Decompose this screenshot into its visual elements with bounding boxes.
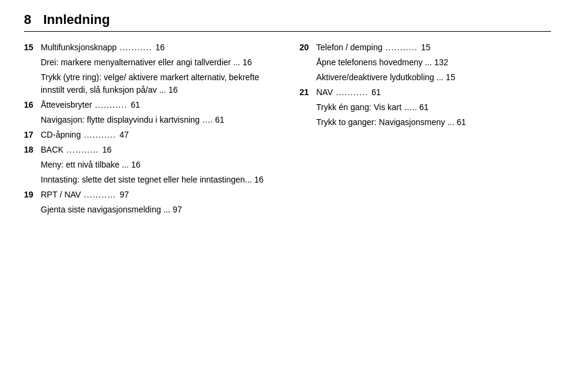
toc-content-18: BACK ........... 16 bbox=[41, 144, 276, 156]
page-title: Innledning bbox=[43, 12, 110, 28]
toc-title-17: CD-åpning bbox=[41, 130, 81, 139]
dots-18-1: ... bbox=[122, 160, 129, 169]
toc-title-19: RPT / NAV bbox=[41, 190, 81, 199]
toc-sub-entry-18-1: Meny: ett nivå tilbake ... 16 bbox=[41, 159, 276, 171]
page-header: 8 Innledning bbox=[24, 12, 551, 28]
toc-page-17: 47 bbox=[117, 130, 129, 139]
toc-number-20: 20 bbox=[299, 41, 316, 54]
toc-sub-entry-15-2: Trykk (ytre ring): velge/ aktivere marke… bbox=[41, 71, 276, 96]
toc-page-15: 16 bbox=[153, 42, 165, 52]
toc-sub-16: Navigasjon: flytte displayvindu i kartvi… bbox=[24, 114, 276, 126]
toc-title-15: Multifunksjonsknapp bbox=[41, 42, 117, 52]
toc-page-18: 16 bbox=[100, 145, 111, 154]
toc-title-20: Telefon / demping bbox=[316, 42, 383, 52]
toc-entry-18: 18 BACK ........... 16 bbox=[24, 144, 276, 156]
toc-sub-entry-15-1: Drei: markere menyalternativer eller ang… bbox=[41, 56, 276, 69]
toc-dots-18: ........... bbox=[63, 145, 99, 154]
toc-number-18: 18 bbox=[24, 144, 41, 156]
toc-sub-19: Gjenta siste navigasjonsmelding ... 97 bbox=[24, 203, 276, 216]
toc-content-20: Telefon / demping ........... 15 bbox=[316, 41, 551, 54]
dots-15-2: ... bbox=[159, 85, 167, 95]
toc-entry-19: 19 RPT / NAV ........... 97 bbox=[24, 189, 276, 201]
toc-dots-21: ........... bbox=[333, 87, 368, 97]
toc-sub-entry-18-2: Inntasting: slette det siste tegnet elle… bbox=[41, 174, 276, 186]
toc-number-17: 17 bbox=[24, 129, 41, 141]
toc-sub-entry-19-1: Gjenta siste navigasjonsmelding ... 97 bbox=[41, 203, 276, 216]
column-left: 15 Multifunksjonsknapp ........... 16 Dr… bbox=[24, 41, 276, 218]
toc-sub-entry-20-2: Aktivere/deaktivere lydutkobling ... 15 bbox=[316, 71, 551, 84]
toc-entry-21: 21 NAV ........... 61 bbox=[299, 86, 551, 99]
toc-number-21: 21 bbox=[299, 86, 316, 99]
toc-dots-17: ........... bbox=[81, 130, 116, 139]
toc-content-19: RPT / NAV ........... 97 bbox=[41, 189, 276, 201]
toc-title-21: NAV bbox=[316, 87, 333, 97]
dots-16-1: …. bbox=[202, 115, 213, 124]
toc-page-19: 97 bbox=[117, 190, 129, 199]
toc-title-16: Åtteveisbryter bbox=[41, 100, 92, 110]
page-number: 8 bbox=[24, 12, 31, 28]
toc-sub-entry-20-1: Åpne telefonens hovedmeny ... 132 bbox=[316, 56, 551, 69]
toc-number-19: 19 bbox=[24, 189, 41, 201]
toc-page-16: 61 bbox=[128, 100, 140, 110]
toc-dots-19: ........... bbox=[81, 190, 116, 199]
toc-number-16: 16 bbox=[24, 99, 41, 111]
toc-entry-17: 17 CD-åpning ........... 47 bbox=[24, 129, 276, 141]
toc-page-21: 61 bbox=[369, 87, 380, 97]
column-right: 20 Telefon / demping ........... 15 Åpne… bbox=[299, 41, 551, 218]
dots-21-2: ... bbox=[447, 117, 455, 127]
toc-content-21: NAV ........... 61 bbox=[316, 86, 551, 99]
dots-20-2: ... bbox=[437, 72, 444, 82]
toc-content-17: CD-åpning ........... 47 bbox=[41, 129, 276, 141]
toc-dots-16: ........... bbox=[92, 100, 128, 110]
dots-15-1: ... bbox=[233, 57, 240, 67]
two-column-layout: 15 Multifunksjonsknapp ........... 16 Dr… bbox=[24, 41, 551, 218]
toc-sub-entry-21-2: Trykk to ganger: Navigasjonsmeny ... 61 bbox=[316, 116, 551, 129]
dots-19-1: ... bbox=[164, 205, 171, 214]
toc-title-18: BACK bbox=[41, 145, 63, 154]
dots-21-1: ….. bbox=[404, 102, 417, 112]
toc-page-20: 15 bbox=[419, 42, 430, 52]
toc-number-15: 15 bbox=[24, 41, 41, 54]
toc-sub-18: Meny: ett nivå tilbake ... 16 Inntasting… bbox=[24, 159, 276, 186]
page: 8 Innledning 15 Multifunksjonsknapp ....… bbox=[0, 0, 575, 230]
toc-dots-15: ........... bbox=[117, 42, 152, 52]
toc-entry-16: 16 Åtteveisbryter ........... 61 bbox=[24, 99, 276, 111]
toc-content-15: Multifunksjonsknapp ........... 16 bbox=[41, 41, 276, 54]
toc-sub-21: Trykk én gang: Vis kart ….. 61 Trykk to … bbox=[299, 101, 551, 129]
toc-sub-15-1: Drei: markere menyalternativer eller ang… bbox=[24, 56, 276, 96]
header-divider bbox=[24, 31, 551, 32]
toc-dots-20: ........... bbox=[383, 42, 418, 52]
toc-entry-15: 15 Multifunksjonsknapp ........... 16 bbox=[24, 41, 276, 54]
toc-entry-20: 20 Telefon / demping ........... 15 bbox=[299, 41, 551, 54]
toc-content-16: Åtteveisbryter ........... 61 bbox=[41, 99, 276, 111]
toc-sub-entry-16-1: Navigasjon: flytte displayvindu i kartvi… bbox=[41, 114, 276, 126]
dots-18-2: ... bbox=[245, 175, 252, 184]
toc-sub-20: Åpne telefonens hovedmeny ... 132 Aktive… bbox=[299, 56, 551, 84]
toc-sub-entry-21-1: Trykk én gang: Vis kart ….. 61 bbox=[316, 101, 551, 114]
dots-20-1: ... bbox=[425, 57, 432, 67]
